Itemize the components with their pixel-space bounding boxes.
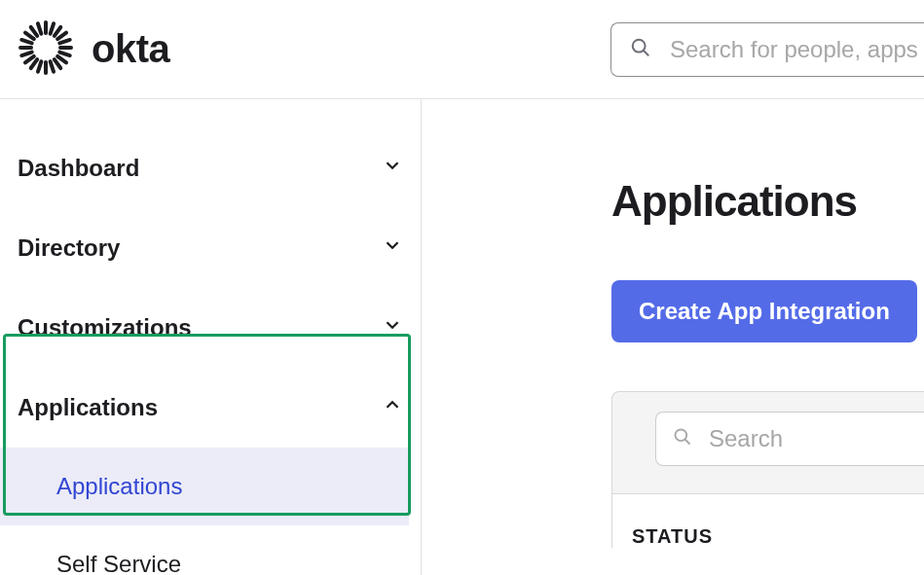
global-search[interactable] bbox=[610, 22, 924, 77]
search-icon bbox=[630, 37, 651, 62]
svg-line-6 bbox=[59, 52, 69, 54]
sidebar-sub-label: Applications bbox=[56, 473, 182, 500]
logo[interactable]: okta bbox=[18, 19, 169, 80]
svg-line-7 bbox=[57, 55, 66, 61]
chevron-up-icon bbox=[382, 394, 403, 421]
svg-line-12 bbox=[31, 59, 37, 68]
brand-name: okta bbox=[92, 27, 169, 71]
applications-panel: STATUS bbox=[611, 391, 924, 548]
sidebar-item-dashboard[interactable]: Dashboard bbox=[0, 128, 421, 208]
sidebar-item-directory[interactable]: Directory bbox=[0, 208, 421, 288]
sidebar-sub-self-service[interactable]: Self Service bbox=[0, 525, 409, 575]
svg-line-11 bbox=[38, 61, 41, 71]
svg-line-1 bbox=[51, 23, 54, 33]
sidebar-sub-applications[interactable]: Applications bbox=[0, 448, 409, 525]
sidebar-item-label: Customizations bbox=[18, 314, 192, 341]
global-search-input[interactable] bbox=[610, 22, 924, 77]
svg-point-20 bbox=[633, 39, 646, 52]
search-icon bbox=[673, 427, 692, 450]
svg-line-18 bbox=[31, 26, 37, 35]
svg-point-22 bbox=[676, 430, 687, 442]
svg-line-9 bbox=[51, 61, 54, 71]
status-header: STATUS bbox=[632, 525, 924, 548]
svg-line-2 bbox=[55, 26, 60, 35]
page-title: Applications bbox=[611, 177, 924, 226]
svg-line-21 bbox=[644, 50, 649, 55]
sidebar-item-label: Dashboard bbox=[18, 155, 139, 182]
sidebar-item-label: Applications bbox=[18, 394, 158, 421]
chevron-down-icon bbox=[382, 155, 403, 182]
svg-line-4 bbox=[59, 39, 69, 42]
svg-line-13 bbox=[25, 55, 34, 61]
okta-sunburst-icon bbox=[18, 19, 74, 80]
chevron-down-icon bbox=[382, 234, 403, 262]
topbar: okta bbox=[0, 0, 924, 99]
create-app-integration-button[interactable]: Create App Integration bbox=[611, 280, 917, 342]
sidebar-sub-label: Self Service bbox=[56, 551, 181, 575]
sidebar-item-label: Directory bbox=[18, 234, 120, 262]
svg-line-19 bbox=[38, 23, 41, 33]
sidebar: Dashboard Directory Customizations Appli… bbox=[0, 99, 422, 575]
panel-search-input[interactable] bbox=[655, 412, 924, 466]
sidebar-item-customizations[interactable]: Customizations bbox=[0, 288, 421, 368]
svg-line-3 bbox=[57, 32, 66, 38]
svg-line-17 bbox=[25, 32, 34, 38]
svg-line-23 bbox=[685, 440, 690, 445]
sidebar-item-applications[interactable]: Applications bbox=[0, 368, 421, 448]
chevron-down-icon bbox=[382, 314, 403, 341]
main-content: Applications Create App Integration STAT… bbox=[422, 99, 924, 575]
svg-line-16 bbox=[21, 39, 31, 42]
svg-line-14 bbox=[21, 52, 31, 54]
panel-search[interactable] bbox=[655, 412, 924, 466]
svg-line-8 bbox=[55, 59, 60, 68]
